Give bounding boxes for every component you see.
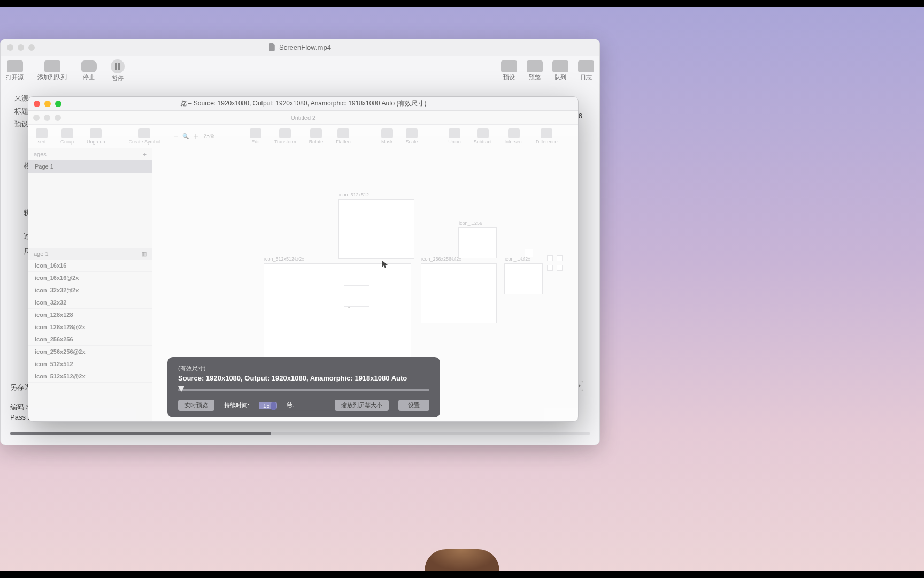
subtract-button: Subtract <box>474 128 492 144</box>
add-image-icon <box>44 60 60 72</box>
hud-subtitle: (有效尺寸) <box>178 364 429 372</box>
artboard-tiny-4 <box>547 265 553 271</box>
layer-item: icon_32x32@2x <box>28 284 152 296</box>
queue-icon <box>552 60 568 72</box>
pause-icon <box>111 59 125 73</box>
preview-window: 览 – Source: 1920x1080, Output: 1920x1080… <box>28 96 579 422</box>
flatten-button: Flatten <box>336 128 351 144</box>
seconds-label: 秒. <box>287 401 294 409</box>
union-button: Union <box>448 128 461 144</box>
hud-title: Source: 1920x1080, Output: 1920x1080, An… <box>178 374 429 382</box>
insert-button: sert <box>36 128 48 144</box>
stop-icon <box>81 60 97 72</box>
layer-item: icon_512x512@2x <box>28 370 152 383</box>
clapboard-icon <box>7 60 23 72</box>
preview-content: Untitled 2 sert Group Ungroup Create Sym… <box>28 111 578 421</box>
mask-button: Mask <box>381 128 393 144</box>
add-page-icon: + <box>143 151 147 157</box>
desktop-wallpaper-rock <box>425 549 499 571</box>
artboard-512: icon_512x512 <box>338 199 414 259</box>
layer-item: icon_512x512 <box>28 358 152 370</box>
ungroup-button: Ungroup <box>87 128 105 144</box>
selection-rect <box>344 285 369 307</box>
zoom-control: −🔍+ <box>173 132 198 141</box>
handbrake-toolbar: 打开源 添加到队列 停止 暂停 预设 预览 队列 日志 <box>1 56 599 86</box>
traffic-lights[interactable] <box>34 101 61 107</box>
artboard-tiny-5 <box>557 265 563 271</box>
layer-item: icon_256x256@2x <box>28 346 152 358</box>
layer-item: icon_128x128 <box>28 309 152 321</box>
preview-scrubber[interactable] <box>178 389 429 391</box>
rotate-button: Rotate <box>309 128 324 144</box>
preview-hud[interactable]: (有效尺寸) Source: 1920x1080, Output: 1920x1… <box>167 357 440 417</box>
preview-title: 览 – Source: 1920x1080, Output: 1920x1080… <box>180 99 427 108</box>
group-button: Group <box>60 128 74 144</box>
duration-label: 持续时间: <box>224 401 249 409</box>
logs-icon <box>578 60 594 72</box>
pause-button[interactable]: 暂停 <box>111 59 125 82</box>
page-item: Page 1 <box>28 160 152 173</box>
transform-button: Transform <box>274 128 296 144</box>
window-title: ScreenFlow.mp4 <box>279 43 331 51</box>
artboard-tiny-2 <box>547 255 553 261</box>
preview-icon <box>527 60 543 72</box>
fit-to-screen-button[interactable]: 缩放到屏幕大小 <box>335 400 389 411</box>
preview-titlebar[interactable]: 览 – Source: 1920x1080, Output: 1920x1080… <box>28 97 578 111</box>
layer-item: icon_128x128@2x <box>28 321 152 333</box>
artboard-tiny-1 <box>525 249 533 257</box>
letterbox-bottom <box>0 571 924 578</box>
settings-button[interactable]: 设置 <box>398 400 429 411</box>
sketch-toolbar: sert Group Ungroup Create Symbol −🔍+ 25%… <box>28 125 578 148</box>
layer-item: icon_256x256 <box>28 333 152 346</box>
scrubber-thumb[interactable] <box>178 386 184 392</box>
open-source-button[interactable]: 打开源 <box>6 60 24 81</box>
encode-progress-fill <box>10 432 271 435</box>
duration-stepper[interactable]: 15 <box>259 402 277 409</box>
layer-group-label: age 1 <box>34 250 49 257</box>
sketch-sidebar: ages+ Page 1 age 1▥ icon_16x16 icon_16x1… <box>28 148 152 421</box>
layer-list: icon_16x16 icon_16x16@2x icon_32x32@2x i… <box>28 260 152 421</box>
layer-filter-icon: ▥ <box>141 250 147 257</box>
realtime-preview-button[interactable]: 实时预览 <box>178 400 214 411</box>
layer-item: icon_32x32 <box>28 296 152 309</box>
edit-button: Edit <box>250 128 261 144</box>
pages-label: ages <box>34 151 47 157</box>
artboard-256-2x: icon_256x256@2x <box>421 263 497 323</box>
presets-button[interactable]: 预设 <box>501 60 517 81</box>
cursor-icon <box>382 261 388 268</box>
zoom-level: 25% <box>204 133 214 139</box>
queue-button[interactable]: 队列 <box>552 60 568 81</box>
traffic-lights <box>33 115 61 121</box>
layer-item: icon_16x16@2x <box>28 272 152 284</box>
artboard-256: icon_...256 <box>458 227 497 258</box>
difference-button: Difference <box>536 128 558 144</box>
artboard-small: icon_...@2x <box>504 263 543 294</box>
presets-icon <box>501 60 517 72</box>
add-to-queue-button[interactable]: 添加到队列 <box>37 60 67 81</box>
intersect-button: Intersect <box>504 128 523 144</box>
handbrake-titlebar[interactable]: ScreenFlow.mp4 <box>1 39 599 56</box>
preview-button[interactable]: 预览 <box>527 60 543 81</box>
letterbox-top <box>0 0 924 7</box>
logs-button[interactable]: 日志 <box>578 60 594 81</box>
artboard-tiny-3 <box>557 255 563 261</box>
scale-button: Scale <box>406 128 418 144</box>
layer-item: icon_16x16 <box>28 260 152 272</box>
stop-button[interactable]: 停止 <box>81 60 97 81</box>
document-icon <box>269 43 276 51</box>
encode-progress <box>10 432 590 435</box>
sketch-doc-title: Untitled 2 <box>291 115 315 121</box>
sketch-titlebar: Untitled 2 <box>28 111 578 125</box>
create-symbol-button: Create Symbol <box>129 128 161 144</box>
traffic-lights[interactable] <box>7 44 35 51</box>
